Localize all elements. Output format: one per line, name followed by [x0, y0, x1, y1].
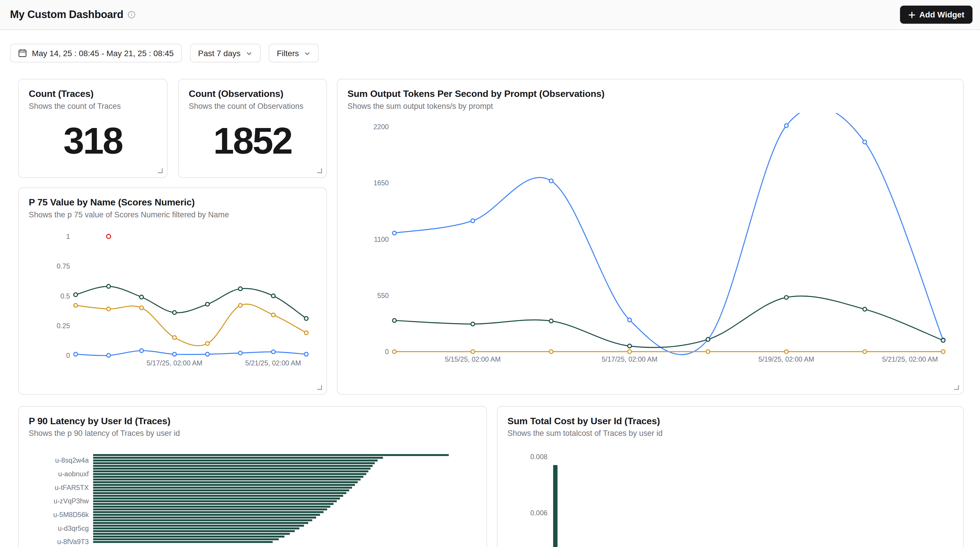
- latency-bar[interactable]: [93, 511, 323, 513]
- latency-bar[interactable]: [93, 465, 373, 467]
- score-point-red[interactable]: [107, 234, 111, 238]
- data-point-marker[interactable]: [74, 293, 78, 296]
- latency-bar[interactable]: [93, 487, 352, 489]
- data-point-marker[interactable]: [941, 338, 945, 342]
- data-point-marker[interactable]: [304, 317, 308, 320]
- data-point-marker[interactable]: [863, 307, 867, 311]
- latency-bar[interactable]: [93, 541, 273, 543]
- latency-bar[interactable]: [93, 503, 334, 505]
- latency-bar[interactable]: [93, 533, 290, 535]
- data-point-marker[interactable]: [628, 318, 632, 322]
- line-chart-p75-scores[interactable]: 00.250.50.7515/17/25, 02:00 AM5/21/25, 0…: [29, 222, 318, 371]
- data-point-marker[interactable]: [628, 350, 632, 354]
- latency-bar[interactable]: [93, 514, 320, 516]
- data-point-marker[interactable]: [271, 350, 275, 354]
- latency-bar[interactable]: [93, 457, 383, 459]
- data-point-marker[interactable]: [863, 350, 867, 354]
- latency-bar[interactable]: [93, 495, 343, 497]
- latency-bar[interactable]: [93, 473, 366, 475]
- data-point-marker[interactable]: [304, 352, 308, 356]
- data-point-marker[interactable]: [74, 303, 78, 307]
- data-point-marker[interactable]: [140, 306, 143, 309]
- data-point-marker[interactable]: [173, 311, 177, 314]
- latency-bar[interactable]: [93, 536, 285, 538]
- latency-bar[interactable]: [93, 508, 327, 511]
- prompt-series-blue[interactable]: [395, 113, 943, 355]
- bar-chart-sum-total-cost[interactable]: 0.0080.006: [508, 449, 955, 547]
- widget-p75-scores: P 75 Value by Name (Scores Numeric) Show…: [18, 187, 327, 395]
- latency-bar[interactable]: [93, 506, 331, 508]
- latency-bar[interactable]: [93, 517, 316, 518]
- add-widget-button[interactable]: Add Widget: [900, 6, 972, 24]
- latency-bar[interactable]: [93, 498, 340, 499]
- data-point-marker[interactable]: [205, 342, 209, 346]
- line-chart-sum-output-tokens[interactable]: 05501100165022005/15/25, 02:00 AM5/17/25…: [348, 113, 955, 368]
- resize-handle-icon[interactable]: [157, 167, 163, 173]
- data-point-marker[interactable]: [471, 350, 474, 354]
- data-point-marker[interactable]: [549, 179, 553, 183]
- data-point-marker[interactable]: [471, 322, 474, 326]
- data-point-marker[interactable]: [205, 302, 209, 306]
- data-point-marker[interactable]: [107, 307, 110, 311]
- data-point-marker[interactable]: [140, 349, 143, 353]
- data-point-marker[interactable]: [628, 344, 632, 348]
- latency-bar[interactable]: [93, 468, 371, 469]
- resize-handle-icon[interactable]: [316, 384, 322, 390]
- data-point-marker[interactable]: [549, 319, 553, 323]
- data-point-marker[interactable]: [941, 350, 945, 354]
- latency-bar[interactable]: [93, 525, 304, 526]
- latency-bar[interactable]: [93, 484, 355, 486]
- latency-bar[interactable]: [93, 528, 299, 530]
- latency-bar[interactable]: [93, 481, 358, 483]
- info-icon[interactable]: [128, 11, 136, 19]
- data-point-marker[interactable]: [205, 352, 209, 356]
- data-point-marker[interactable]: [304, 331, 308, 335]
- latency-bar[interactable]: [93, 530, 295, 532]
- data-point-marker[interactable]: [173, 352, 177, 356]
- data-point-marker[interactable]: [784, 124, 788, 127]
- widget-sum-total-cost: Sum Total Cost by User Id (Traces) Shows…: [497, 406, 964, 547]
- latency-bar[interactable]: [93, 462, 375, 465]
- latency-bar[interactable]: [93, 519, 312, 522]
- cost-bar[interactable]: [553, 465, 558, 547]
- latency-bar[interactable]: [93, 489, 349, 492]
- data-point-marker[interactable]: [549, 350, 553, 354]
- data-point-marker[interactable]: [471, 219, 474, 223]
- filters-button[interactable]: Filters: [269, 44, 319, 62]
- x-tick-label: 5/17/25, 02:00 AM: [146, 359, 202, 367]
- prompt-series-green[interactable]: [395, 296, 943, 348]
- data-point-marker[interactable]: [173, 336, 177, 339]
- resize-handle-icon[interactable]: [953, 384, 959, 390]
- data-point-marker[interactable]: [863, 140, 867, 144]
- data-point-marker[interactable]: [706, 350, 710, 354]
- latency-bar[interactable]: [93, 460, 378, 461]
- resize-handle-icon[interactable]: [316, 167, 322, 173]
- data-point-marker[interactable]: [706, 338, 710, 341]
- data-point-marker[interactable]: [271, 294, 275, 298]
- data-point-marker[interactable]: [393, 231, 396, 235]
- range-preset-select[interactable]: Past 7 days: [190, 44, 260, 62]
- bar-chart-p90-latency[interactable]: u-8sq2w4au-aobnuxfu-tFAR5TXu-zVqP3hwu-5M…: [29, 444, 477, 547]
- date-range-picker[interactable]: May 14, 25 : 08:45 - May 21, 25 : 08:45: [10, 44, 182, 62]
- data-point-marker[interactable]: [107, 354, 110, 357]
- y-tick-label: u-d3qr5cg: [58, 525, 89, 532]
- latency-bar[interactable]: [93, 471, 368, 472]
- latency-bar[interactable]: [93, 538, 279, 540]
- data-point-marker[interactable]: [239, 303, 242, 307]
- data-point-marker[interactable]: [140, 295, 143, 299]
- data-point-marker[interactable]: [74, 352, 78, 356]
- data-point-marker[interactable]: [393, 319, 396, 322]
- latency-bar[interactable]: [93, 454, 449, 456]
- data-point-marker[interactable]: [393, 350, 396, 354]
- data-point-marker[interactable]: [239, 351, 242, 355]
- data-point-marker[interactable]: [784, 296, 788, 300]
- latency-bar[interactable]: [93, 476, 363, 478]
- data-point-marker[interactable]: [784, 350, 788, 354]
- data-point-marker[interactable]: [271, 313, 275, 317]
- data-point-marker[interactable]: [239, 287, 242, 291]
- latency-bar[interactable]: [93, 492, 347, 494]
- latency-bar[interactable]: [93, 479, 361, 480]
- latency-bar[interactable]: [93, 500, 337, 502]
- data-point-marker[interactable]: [107, 285, 110, 289]
- latency-bar[interactable]: [93, 522, 308, 524]
